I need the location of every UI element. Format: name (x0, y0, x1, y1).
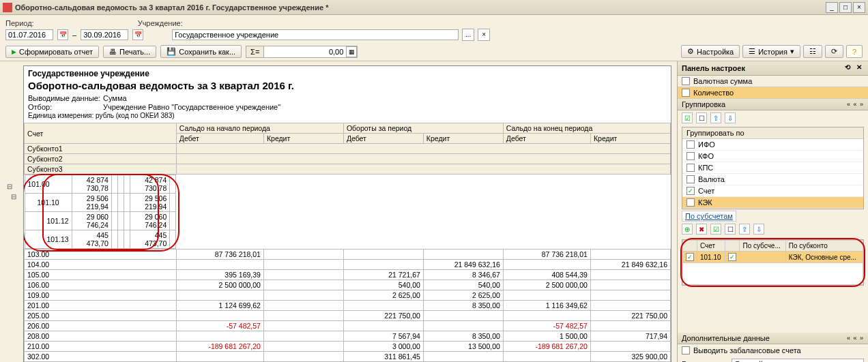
table-row[interactable]: 101.13445 473,70445 473,70 (25, 230, 176, 249)
institution-clear-button[interactable]: × (478, 29, 490, 41)
close-button[interactable]: × (853, 2, 865, 13)
grouping-item[interactable]: ИФО (682, 139, 863, 151)
table-row[interactable]: 206.00-57 482,57-57 482,57 (25, 321, 671, 331)
institution-label: Учреждение: (138, 19, 183, 27)
grouping-item[interactable]: ✓Счет (682, 185, 863, 197)
sum-calc-icon[interactable]: ▦ (346, 46, 357, 57)
toolbar-icon-2[interactable]: ⟳ (825, 45, 843, 58)
sum-value: 0,00 (264, 46, 346, 57)
form-report-button[interactable]: Сформировать отчет (5, 46, 99, 58)
grouping-list: Группировать по ИФОКФОКПСВалюта✓СчетКЭК (682, 127, 864, 209)
table-row[interactable]: 104.0021 849 632,1621 849 632,16 (25, 260, 671, 270)
subaccount-grid: Счет По субсче... По субконто ✓ 101.10 ✓… (682, 239, 864, 286)
by-subaccounts-link[interactable]: По субсчетам (682, 211, 736, 222)
grouping-item[interactable]: КПС (682, 162, 863, 174)
grouping-check[interactable] (686, 175, 695, 183)
option-check[interactable] (682, 89, 690, 97)
grouping-check[interactable] (686, 152, 695, 160)
table-row[interactable]: 210.00-189 681 267,203 000,0013 500,00-1… (25, 342, 671, 352)
off-balance-check[interactable] (682, 346, 690, 355)
col-balance-end: Сальдо на конец периода (503, 123, 670, 134)
date-to-input[interactable] (81, 29, 128, 40)
date-dash: – (72, 31, 76, 39)
add-row-icon[interactable]: ⊕ (682, 224, 693, 235)
params-bar: Период: Учреждение: (0, 15, 868, 29)
settings-button[interactable]: ⚙ Настройка (681, 45, 740, 58)
table-row[interactable]: 106.002 500 000,00540,00540,002 500 000,… (25, 280, 671, 290)
institution-input[interactable] (172, 29, 459, 40)
report-meta-unit: Единица измерения: рубль (код по ОКЕИ 38… (28, 112, 667, 119)
additional-data-header[interactable]: Дополнительные данные « « » (678, 333, 868, 344)
move-down-icon[interactable]: ⇩ (725, 112, 736, 123)
check-all-icon-2[interactable]: ☑ (710, 224, 721, 235)
window-titlebar: Оборотно-сальдовая ведомость за 3 кварта… (0, 0, 868, 15)
col-balance-start: Сальдо на начало периода (176, 123, 343, 134)
sum-label: Σ= (246, 46, 264, 57)
table-row[interactable]: 103.0087 736 218,0187 736 218,01 (25, 250, 671, 260)
period-label: Период: (5, 19, 34, 27)
delete-row-icon[interactable]: ✖ (696, 224, 707, 235)
check-all-icon[interactable]: ☑ (682, 112, 693, 123)
report-area: Государственное учреждение Оборотно-саль… (23, 65, 671, 362)
panel-option[interactable]: Валютная сумма (678, 76, 868, 87)
row-sub-check[interactable]: ✓ (728, 253, 736, 261)
table-row[interactable]: 109.002 625,002 625,00 (25, 290, 671, 301)
date-from-cal-icon[interactable]: 📅 (57, 29, 68, 40)
panel-restore-icon[interactable]: ⟲ (843, 63, 852, 73)
help-button[interactable]: ? (846, 45, 863, 58)
restore-button[interactable]: □ (839, 2, 852, 13)
col-account: Счет (25, 123, 177, 144)
sum-box: Σ= 0,00 ▦ (246, 46, 358, 58)
date-to-cal-icon[interactable]: 📅 (132, 29, 143, 40)
tree-collapse-1[interactable]: ⊟ (5, 181, 23, 192)
move-down-icon-2[interactable]: ⇩ (753, 224, 764, 235)
grouping-check[interactable] (686, 164, 695, 172)
table-row[interactable]: 205.00221 750,00221 750,00 (25, 311, 671, 321)
grouping-item[interactable]: КФО (682, 151, 863, 162)
placement-value: В одной колонке (732, 359, 864, 362)
table-row[interactable]: 105.00395 169,3921 721,678 346,67408 544… (25, 270, 671, 280)
option-check[interactable] (682, 77, 690, 85)
panel-header: Панель настроек ⟲ ✕ (678, 61, 868, 76)
toolbar-icon-1[interactable]: ☷ (803, 45, 822, 58)
grouping-header[interactable]: Группировка « « » (678, 99, 868, 110)
tree-gutter: ⊟ ⊟ (5, 65, 23, 362)
window-title: Оборотно-сальдовая ведомость за 3 кварта… (15, 3, 824, 12)
table-row[interactable]: 101.1229 060 746,2429 060 746,24 (25, 212, 176, 230)
minimize-button[interactable]: _ (826, 2, 838, 13)
table-row[interactable]: 101.1029 506 219,9429 506 219,94 (25, 194, 176, 212)
grouping-check[interactable] (686, 198, 695, 207)
col-turnover: Обороты за период (343, 123, 503, 134)
uncheck-all-icon[interactable]: ☐ (696, 112, 707, 123)
report-org: Государственное учреждение (28, 69, 667, 78)
report-title: Оборотно-сальдовая ведомость за 3 кварта… (28, 80, 667, 91)
institution-more-button[interactable]: ... (462, 29, 474, 41)
table-row[interactable]: 302.00311 861,45325 900,00 (25, 352, 671, 362)
subaccount-row[interactable]: ✓ 101.10 ✓ КЭК, Основные сре... (683, 252, 863, 263)
uncheck-all-icon-2[interactable]: ☐ (725, 224, 736, 235)
settings-panel: Панель настроек ⟲ ✕ Валютная суммаКоличе… (677, 61, 868, 362)
panel-close-icon[interactable]: ✕ (854, 63, 864, 73)
grouping-item[interactable]: Валюта (682, 174, 863, 185)
grouping-check[interactable] (686, 140, 695, 149)
table-row[interactable]: 201.001 124 699,628 350,001 116 349,62 (25, 301, 671, 311)
table-row[interactable]: 101.0042 874 730,7842 874 730,78 (25, 175, 176, 194)
grouping-check[interactable]: ✓ (686, 187, 695, 195)
table-row[interactable]: 208.007 567,948 350,001 500,00717,94 (25, 331, 671, 342)
move-up-icon[interactable]: ⇧ (710, 112, 721, 123)
history-button[interactable]: ☰ История ▾ (742, 45, 800, 58)
grouping-list-header: Группировать по (682, 127, 863, 139)
app-icon (3, 3, 12, 12)
toolbar: Сформировать отчет 🖶 Печать... 💾 Сохрани… (0, 42, 868, 61)
off-balance-label: Выводить забалансовые счета (693, 346, 801, 355)
print-button[interactable]: 🖶 Печать... (103, 46, 156, 58)
grouping-item[interactable]: КЭК (682, 197, 863, 209)
move-up-icon-2[interactable]: ⇧ (739, 224, 750, 235)
report-meta-data: Выводимые данные:Сумма (28, 94, 667, 102)
date-from-input[interactable] (5, 29, 53, 40)
save-as-button[interactable]: 💾 Сохранить как... (160, 45, 242, 58)
report-table: Счет Сальдо на начало периода Обороты за… (24, 123, 671, 362)
tree-collapse-2[interactable]: ⊟ (5, 192, 23, 202)
panel-option[interactable]: Количество (678, 87, 868, 99)
row-check[interactable]: ✓ (686, 253, 694, 261)
